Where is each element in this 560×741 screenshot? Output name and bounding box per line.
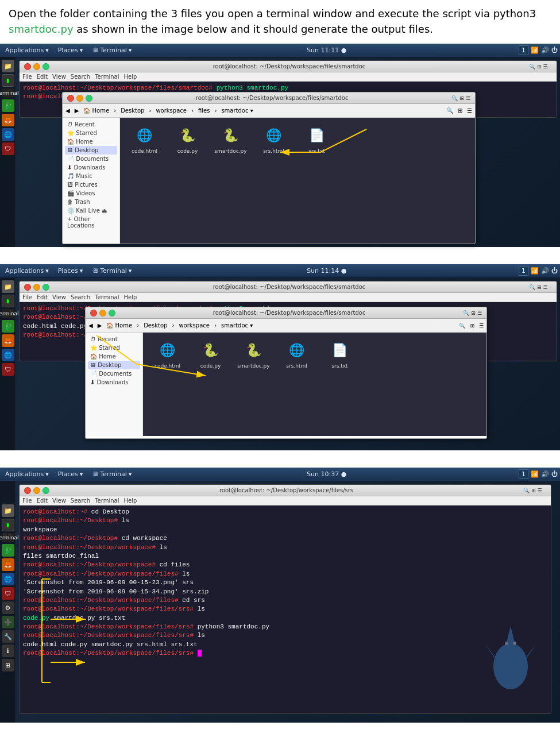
minimize-button[interactable] [33,63,40,70]
close-btn-3[interactable] [24,487,31,494]
sidebar-starred[interactable]: ⭐ Starred [65,129,117,137]
menu-view[interactable]: View [52,74,66,80]
dock-terminal-label-2[interactable]: Terminal [2,309,14,318]
fm-minimize[interactable] [76,95,83,102]
menu-search-3[interactable]: Search [71,497,90,504]
maximize-button[interactable] [43,63,49,70]
sidebar-documents-2[interactable]: 📄 Documents [88,369,140,378]
dock-files-3[interactable]: 📁 [2,504,14,517]
fm-breadcrumb-home[interactable]: 🏠 Home [83,107,109,114]
menu-edit-3[interactable]: Edit [37,497,48,504]
fm-view-list[interactable]: ☰ [467,107,472,114]
fm-list-2[interactable]: ☰ [477,310,482,316]
fm-back[interactable]: ◀ [65,107,70,114]
menu-file[interactable]: File [22,74,32,80]
file-srs-html-2[interactable]: 🌐 srs.html [278,338,315,369]
file-code-py-2[interactable]: 🐍 code.py [192,338,229,369]
fm-grid-2[interactable]: ⊞ [471,310,476,316]
dock-red-3[interactable]: 🛡 [2,587,14,600]
dock-orange-icon[interactable]: 🦊 [2,114,14,126]
dock-extra3-3[interactable]: 🔧 [2,630,14,643]
close-btn-2[interactable] [24,284,31,291]
places-menu-2[interactable]: Places ▾ [55,266,86,276]
file-code-py-1[interactable]: 🐍 code.py [169,124,206,154]
sidebar-music[interactable]: 🎵 Music [65,172,117,180]
sidebar-pictures[interactable]: 🖼 Pictures [65,180,117,189]
sidebar-trash[interactable]: 🗑 Trash [65,198,117,206]
dock-terminal-3[interactable]: ▮ [2,519,14,531]
sidebar-downloads-2[interactable]: ⬇ Downloads [88,378,140,387]
dock-green-icon[interactable]: 🐉 [2,99,14,112]
sidebar-recent[interactable]: ⏱ Recent [65,120,117,129]
file-srs-txt-1[interactable]: 📄 srs.txt [298,124,335,154]
dock-terminal-2[interactable]: ▮ [2,295,14,307]
menu-terminal-2[interactable]: Terminal [95,294,119,300]
fm-view-grid-2[interactable]: ⊞ [470,323,474,329]
fm-bc-smartdoc-2[interactable]: smartdoc ▾ [221,322,253,329]
menu-edit-2[interactable]: Edit [37,294,48,300]
sidebar-starred-2[interactable]: ⭐ Starred [88,344,140,352]
applications-menu-1[interactable]: Applications ▾ [2,45,52,55]
dock-files-icon[interactable]: 📁 [2,60,14,72]
dock-green-3[interactable]: 🐉 [2,544,14,557]
fm-breadcrumb-smartdoc[interactable]: smartdoc ▾ [221,107,253,114]
dock-extra2-3[interactable]: ➕ [2,616,14,628]
terminal-menu-2[interactable]: 🖥 Terminal ▾ [89,266,134,276]
sidebar-videos[interactable]: 🎬 Videos [65,189,117,198]
file-code-html-1[interactable]: 🌐 code.html [126,124,163,154]
fm-search-icon-2[interactable]: 🔍 [459,323,465,329]
dock-terminal-label[interactable]: Terminal [2,88,14,98]
applications-menu-2[interactable]: Applications ▾ [2,266,52,276]
places-menu-3[interactable]: Places ▾ [55,469,86,479]
menu-search[interactable]: Search [71,74,90,80]
menu-help-3[interactable]: Help [123,497,137,504]
sidebar-home[interactable]: 🏠 Home [65,137,117,146]
sidebar-downloads[interactable]: ⬇ Downloads [65,163,117,172]
fm-back-2[interactable]: ◀ [88,322,93,329]
menu-terminal-3[interactable]: Terminal [95,497,119,504]
fm-search-2[interactable]: 🔍 [463,310,469,316]
fm-forward-2[interactable]: ▶ [98,322,102,329]
sidebar-other[interactable]: + Other Locations [65,215,117,230]
sidebar-kali[interactable]: 💿 Kali Live ⏏ [65,206,117,215]
dock-orange-3[interactable]: 🦊 [2,558,14,571]
fm-close[interactable] [67,95,74,102]
fm-bc-home-2[interactable]: 🏠 Home [106,322,132,329]
file-smartdoc-py-1[interactable]: 🐍 smartdoc.py [212,124,249,154]
close-button[interactable] [24,63,31,70]
maximize-btn-2[interactable] [43,284,49,291]
sidebar-recent-2[interactable]: ⏱ Recent [88,335,140,344]
places-menu-1[interactable]: Places ▾ [55,45,86,55]
menu-terminal[interactable]: Terminal [95,74,119,80]
fm-bc-workspace-2[interactable]: workspace [179,322,210,329]
menu-search-2[interactable]: Search [71,294,90,300]
fm-bc-desktop-2[interactable]: Desktop [144,322,167,329]
dock-extra-3[interactable]: ⚙ [2,601,14,614]
dock-terminal-icon[interactable]: ▮ [2,74,14,87]
dock-extra4-3[interactable]: ℹ [2,644,14,657]
sidebar-desktop-2[interactable]: 🖥 Desktop [88,361,140,369]
fm-minimize-2[interactable] [99,310,106,317]
menu-file-3[interactable]: File [22,497,32,504]
dock-orange-2[interactable]: 🦊 [2,334,14,347]
minimize-btn-3[interactable] [33,487,40,494]
dock-green-2[interactable]: 🐉 [2,320,14,333]
file-srs-txt-2[interactable]: 📄 srs.txt [321,338,358,369]
fm-maximize[interactable] [86,95,92,102]
file-srs-html-1[interactable]: 🌐 srs.html [255,124,292,154]
dock-files-icon-2[interactable]: 📁 [2,280,14,293]
dock-blue-3[interactable]: 🌐 [2,573,14,585]
terminal-menu-1[interactable]: 🖥 Terminal ▾ [89,45,134,55]
dock-red-icon[interactable]: 🛡 [2,142,14,155]
fm-breadcrumb-files[interactable]: files [198,107,210,114]
fm-maximize-2[interactable] [109,310,115,317]
file-smartdoc-py-2[interactable]: 🐍 smartdoc.py [235,338,272,369]
fm-forward[interactable]: ▶ [75,107,79,114]
menu-edit[interactable]: Edit [37,74,48,80]
fm-breadcrumb-desktop[interactable]: Desktop [121,107,144,114]
fm-close-2[interactable] [90,310,97,317]
file-code-html-2[interactable]: 🌐 code.html [149,338,186,369]
terminal-menu-3[interactable]: 🖥 Terminal ▾ [89,469,134,479]
dock-terminal-label-3[interactable]: Terminal [2,533,14,542]
fm-view-list-2[interactable]: ☰ [479,323,484,329]
